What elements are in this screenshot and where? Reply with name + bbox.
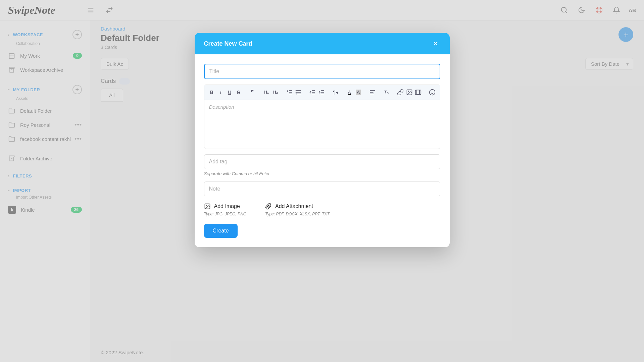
unordered-list-icon[interactable] [294, 88, 303, 97]
svg-point-42 [408, 91, 409, 92]
tag-input[interactable] [204, 154, 440, 169]
card-title-input[interactable] [204, 64, 440, 79]
modal-title: Create New Card [204, 40, 252, 47]
outdent-icon[interactable] [308, 88, 317, 97]
svg-point-30 [296, 92, 297, 93]
note-input[interactable] [204, 182, 440, 196]
rich-editor: B I U S ❞ H₁ H₂ ¶◂ A A [204, 85, 440, 149]
modal-header: Create New Card [195, 33, 450, 54]
h1-icon[interactable]: H₁ [262, 88, 271, 97]
underline-icon[interactable]: U [226, 88, 234, 97]
add-image-label: Add Image [214, 203, 240, 209]
highlight-icon[interactable]: A [354, 88, 362, 97]
svg-point-31 [296, 94, 297, 94]
svg-point-50 [206, 205, 207, 206]
italic-icon[interactable]: I [216, 88, 225, 97]
editor-toolbar: B I U S ❞ H₁ H₂ ¶◂ A A [204, 85, 440, 100]
align-icon[interactable] [368, 88, 377, 97]
attachment-types: Type: PDF, DOCX, XLSX, PPT, TXT [265, 212, 330, 216]
paragraph-direction-icon[interactable]: ¶◂ [331, 88, 340, 97]
svg-rect-43 [415, 90, 421, 94]
emoji-icon[interactable] [428, 88, 437, 97]
image-types: Type: JPG, JPEG, PNG [204, 212, 246, 216]
strike-icon[interactable]: S [234, 88, 243, 97]
svg-point-29 [296, 90, 297, 91]
image-icon[interactable] [405, 88, 413, 97]
video-icon[interactable] [414, 88, 423, 97]
indent-icon[interactable] [317, 88, 326, 97]
add-attachment-label: Add Attachment [275, 203, 313, 209]
quote-icon[interactable]: ❞ [248, 88, 257, 97]
clear-format-icon[interactable]: T× [382, 88, 391, 97]
link-icon[interactable] [396, 88, 405, 97]
close-icon[interactable] [431, 39, 440, 48]
svg-point-46 [430, 90, 435, 95]
tag-hint: Separate with Comma or hit Enter [204, 171, 440, 176]
bold-icon[interactable]: B [208, 88, 216, 97]
ordered-list-icon[interactable] [285, 88, 294, 97]
create-button[interactable]: Create [204, 224, 238, 238]
add-attachment-button[interactable]: Add Attachment [265, 203, 330, 210]
add-image-button[interactable]: Add Image [204, 203, 246, 210]
h2-icon[interactable]: H₂ [271, 88, 280, 97]
description-input[interactable]: Description [204, 100, 440, 149]
create-card-modal: Create New Card B I U S ❞ H₁ H₂ [195, 33, 450, 247]
text-color-icon[interactable]: A [345, 88, 354, 97]
